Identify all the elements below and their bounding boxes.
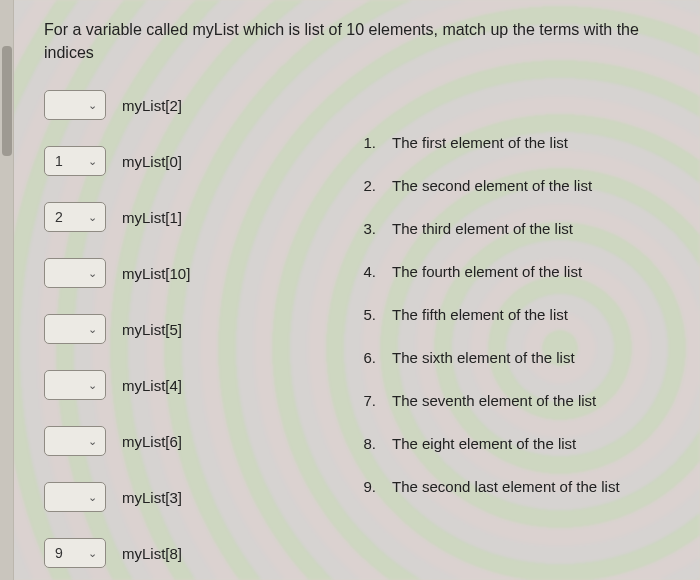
match-row: 1 ⌄ myList[0] <box>44 146 324 176</box>
answer-text: The first element of the list <box>392 134 568 151</box>
term-label: myList[0] <box>122 153 182 170</box>
answer-text: The second element of the list <box>392 177 592 194</box>
selector-value: 9 <box>55 545 67 561</box>
answer-text: The seventh element of the list <box>392 392 596 409</box>
answers-column: 1. The first element of the list 2. The … <box>358 90 680 568</box>
answer-text: The second last element of the list <box>392 478 620 495</box>
answer-number: 9. <box>358 478 376 495</box>
chevron-down-icon: ⌄ <box>88 379 97 392</box>
question-text: For a variable called myList which is li… <box>44 18 680 64</box>
term-label: myList[5] <box>122 321 182 338</box>
answer-row: 1. The first element of the list <box>358 134 680 151</box>
answer-text: The third element of the list <box>392 220 573 237</box>
match-selector[interactable]: 9 ⌄ <box>44 538 106 568</box>
match-selector[interactable]: 1 ⌄ <box>44 146 106 176</box>
answer-row: 5. The fifth element of the list <box>358 306 680 323</box>
match-row: ⌄ myList[4] <box>44 370 324 400</box>
chevron-down-icon: ⌄ <box>88 323 97 336</box>
answer-number: 2. <box>358 177 376 194</box>
answer-row: 9. The second last element of the list <box>358 478 680 495</box>
chevron-down-icon: ⌄ <box>88 547 97 560</box>
term-label: myList[1] <box>122 209 182 226</box>
match-row: ⌄ myList[10] <box>44 258 324 288</box>
term-label: myList[10] <box>122 265 190 282</box>
answer-number: 3. <box>358 220 376 237</box>
chevron-down-icon: ⌄ <box>88 435 97 448</box>
answer-number: 4. <box>358 263 376 280</box>
chevron-down-icon: ⌄ <box>88 491 97 504</box>
match-selector[interactable]: ⌄ <box>44 370 106 400</box>
answer-text: The fourth element of the list <box>392 263 582 280</box>
chevron-down-icon: ⌄ <box>88 211 97 224</box>
answer-row: 6. The sixth element of the list <box>358 349 680 366</box>
match-row: ⌄ myList[3] <box>44 482 324 512</box>
match-row: ⌄ myList[5] <box>44 314 324 344</box>
match-row: ⌄ myList[6] <box>44 426 324 456</box>
answer-text: The eight element of the list <box>392 435 576 452</box>
selector-value: 1 <box>55 153 67 169</box>
term-label: myList[3] <box>122 489 182 506</box>
chevron-down-icon: ⌄ <box>88 267 97 280</box>
answer-text: The fifth element of the list <box>392 306 568 323</box>
answer-row: 7. The seventh element of the list <box>358 392 680 409</box>
answer-row: 8. The eight element of the list <box>358 435 680 452</box>
match-row: ⌄ myList[2] <box>44 90 324 120</box>
answer-row: 4. The fourth element of the list <box>358 263 680 280</box>
term-label: myList[8] <box>122 545 182 562</box>
question-container: For a variable called myList which is li… <box>0 0 700 568</box>
match-selector[interactable]: ⌄ <box>44 314 106 344</box>
answer-number: 7. <box>358 392 376 409</box>
answer-text: The sixth element of the list <box>392 349 575 366</box>
match-selector[interactable]: ⌄ <box>44 426 106 456</box>
match-selector[interactable]: 2 ⌄ <box>44 202 106 232</box>
matching-columns: ⌄ myList[2] 1 ⌄ myList[0] 2 ⌄ myList[1] <box>44 90 680 568</box>
match-row: 2 ⌄ myList[1] <box>44 202 324 232</box>
answer-row: 3. The third element of the list <box>358 220 680 237</box>
term-label: myList[2] <box>122 97 182 114</box>
answer-number: 1. <box>358 134 376 151</box>
selector-value: 2 <box>55 209 67 225</box>
terms-column: ⌄ myList[2] 1 ⌄ myList[0] 2 ⌄ myList[1] <box>44 90 324 568</box>
answer-number: 5. <box>358 306 376 323</box>
answer-row: 2. The second element of the list <box>358 177 680 194</box>
term-label: myList[4] <box>122 377 182 394</box>
match-row: 9 ⌄ myList[8] <box>44 538 324 568</box>
match-selector[interactable]: ⌄ <box>44 258 106 288</box>
match-selector[interactable]: ⌄ <box>44 482 106 512</box>
term-label: myList[6] <box>122 433 182 450</box>
chevron-down-icon: ⌄ <box>88 99 97 112</box>
chevron-down-icon: ⌄ <box>88 155 97 168</box>
answer-number: 8. <box>358 435 376 452</box>
answer-number: 6. <box>358 349 376 366</box>
match-selector[interactable]: ⌄ <box>44 90 106 120</box>
